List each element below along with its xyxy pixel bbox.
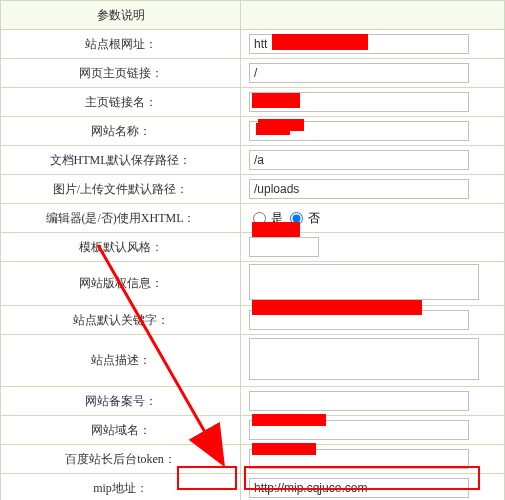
label-editor-xhtml: 编辑器(是/否)使用XHTML： xyxy=(1,204,241,233)
input-icp[interactable] xyxy=(249,391,469,411)
header-empty xyxy=(241,1,505,30)
label-mip-url: mip地址： xyxy=(1,474,241,501)
textarea-description[interactable] xyxy=(249,338,479,380)
label-default-style: 模板默认风格： xyxy=(1,233,241,262)
redact-keywords xyxy=(252,300,422,315)
input-doc-html-path[interactable] xyxy=(249,150,469,170)
label-root-url: 站点根网址： xyxy=(1,30,241,59)
label-site-name: 网站名称： xyxy=(1,117,241,146)
label-description: 站点描述： xyxy=(1,335,241,387)
label-domain: 网站域名： xyxy=(1,416,241,445)
header-param-desc: 参数说明 xyxy=(1,1,241,30)
label-home-link: 网页主页链接： xyxy=(1,59,241,88)
label-baidu-token: 百度站长后台token： xyxy=(1,445,241,474)
label-keywords: 站点默认关键字： xyxy=(1,306,241,335)
redact-baidu-token xyxy=(252,443,316,455)
label-icp: 网站备案号： xyxy=(1,387,241,416)
input-default-style[interactable] xyxy=(249,237,319,257)
redact-site-name-2 xyxy=(256,123,290,135)
textarea-copyright[interactable] xyxy=(249,264,479,300)
label-home-link-name: 主页链接名： xyxy=(1,88,241,117)
label-doc-html-path: 文档HTML默认保存路径： xyxy=(1,146,241,175)
redact-root-url xyxy=(272,34,368,50)
input-upload-path[interactable] xyxy=(249,179,469,199)
label-copyright: 网站版权信息： xyxy=(1,262,241,306)
input-mip-url[interactable] xyxy=(249,478,469,498)
input-home-link[interactable] xyxy=(249,63,469,83)
redact-home-link-name xyxy=(252,93,300,108)
label-upload-path: 图片/上传文件默认路径： xyxy=(1,175,241,204)
radio-no-label: 否 xyxy=(308,210,320,227)
redact-domain xyxy=(252,414,326,426)
redact-default-style xyxy=(252,222,300,237)
